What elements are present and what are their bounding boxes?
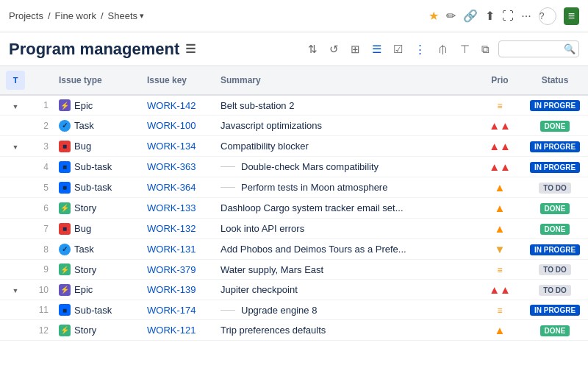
issue-key-cell[interactable]: WORK-139 <box>141 280 215 300</box>
table-row[interactable]: 6 ⚡ Story WORK-133 Dashloop Cargo system… <box>0 198 588 219</box>
table-row[interactable]: 5 ■ Sub-task WORK-364 Perform tests in M… <box>0 177 588 198</box>
type-label: Sub-task <box>74 161 112 172</box>
table-row[interactable]: 9 ⚡ Story WORK-379 Water supply, Mars Ea… <box>0 260 588 280</box>
table-row[interactable]: 11 ■ Sub-task WORK-174 Upgrade engine 8 … <box>0 300 588 320</box>
table-row[interactable]: 4 ■ Sub-task WORK-363 Double-check Mars … <box>0 157 588 177</box>
sep2: / <box>101 10 104 21</box>
star-button[interactable]: ★ <box>429 9 439 23</box>
prio-cell: ▲▲ <box>478 136 522 157</box>
page-title: Program management ☰ <box>9 40 196 59</box>
indent-line <box>220 166 235 167</box>
prio-cell: ▼ <box>478 239 522 260</box>
sort-icon[interactable]: ⇅ <box>305 41 320 57</box>
issue-key-cell[interactable]: WORK-379 <box>141 260 215 280</box>
title-menu-icon[interactable]: ☰ <box>185 42 196 56</box>
export-icon[interactable]: ⧉ <box>478 41 492 57</box>
table-row[interactable]: ▼ 3 ■ Bug WORK-134 Compatibility blocker… <box>0 136 588 157</box>
table-row[interactable]: ▼ 1 ⚡ Epic WORK-142 Belt sub-station 2 ≡… <box>0 95 588 116</box>
edit-button[interactable]: ✏ <box>446 9 456 23</box>
table-row[interactable]: 7 ■ Bug WORK-132 Look into API errors ▲ … <box>0 219 588 239</box>
list-icon[interactable]: ☰ <box>369 41 384 57</box>
type-icon: ⚡ <box>59 284 71 296</box>
status-cell: IN PROGRE <box>522 157 588 177</box>
table-container: T Issue type Issue key Summary Prio Stat… <box>0 66 588 368</box>
status-cell: DONE <box>522 198 588 219</box>
type-icon: ■ <box>59 182 71 194</box>
top-icons: ★ ✏ 🔗 ⬆ ⛶ ··· ? ≡ <box>429 7 579 25</box>
help-button[interactable]: ? <box>539 7 556 25</box>
issue-key-cell[interactable]: WORK-132 <box>141 219 215 239</box>
row-expand-cell <box>0 116 31 136</box>
prio-high-icon: ▲▲ <box>489 119 511 132</box>
row-number: 8 <box>31 239 53 260</box>
col-issue-key: Issue key <box>141 66 215 95</box>
table-row[interactable]: ▼ 10 ⚡ Epic WORK-139 Jupiter checkpoint … <box>0 280 588 300</box>
issue-key-cell[interactable]: WORK-134 <box>141 136 215 157</box>
refresh-icon[interactable]: ↺ <box>326 41 342 57</box>
status-badge: TO DO <box>539 183 570 194</box>
col-filter: T <box>0 66 31 95</box>
prio-cell: ▲ <box>478 320 522 341</box>
type-icon: ■ <box>59 141 71 152</box>
status-cell: IN PROGRE <box>522 95 588 116</box>
hierarchy-icon[interactable]: ⋮ <box>412 41 429 57</box>
grid-icon[interactable]: ⊞ <box>348 41 363 57</box>
issue-key-cell[interactable]: WORK-100 <box>141 116 215 136</box>
issue-type-cell: ■ Sub-task <box>53 177 141 198</box>
columns-icon[interactable]: ⊤ <box>457 41 473 57</box>
issue-type-cell: ⚡ Epic <box>53 95 141 116</box>
prio-cell: ▲ <box>478 177 522 198</box>
upload-button[interactable]: ⬆ <box>485 9 495 23</box>
issue-key-cell[interactable]: WORK-121 <box>141 320 215 341</box>
issue-type-cell: ■ Bug <box>53 136 141 157</box>
breadcrumb-fine-work[interactable]: Fine work <box>55 10 96 21</box>
issue-key-cell[interactable]: WORK-133 <box>141 198 215 219</box>
expand-icon[interactable]: ▼ <box>12 287 19 294</box>
issue-type-cell: ✓ Task <box>53 239 141 260</box>
expand-button[interactable]: ⛶ <box>502 10 514 23</box>
table-row[interactable]: 2 ✓ Task WORK-100 Javascript optimizatio… <box>0 116 588 136</box>
filter-icon[interactable]: T <box>6 71 25 90</box>
issue-type-cell: ✓ Task <box>53 116 141 136</box>
type-label: Epic <box>74 284 93 295</box>
row-expand-cell <box>0 300 31 320</box>
checklist-icon[interactable]: ☑ <box>390 41 406 57</box>
prio-medium-icon: ▲ <box>495 222 506 235</box>
col-prio: Prio <box>478 66 522 95</box>
issue-key-cell[interactable]: WORK-364 <box>141 177 215 198</box>
table-row[interactable]: 8 ✓ Task WORK-131 Add Phobos and Deimos … <box>0 239 588 260</box>
summary-cell: Javascript optimizations <box>215 116 478 136</box>
expand-icon[interactable]: ▼ <box>12 144 19 151</box>
expand-icon[interactable]: ▼ <box>12 103 19 110</box>
logo-button[interactable]: ≡ <box>564 7 579 25</box>
prio-cell: ≡ <box>478 95 522 116</box>
breadcrumb-projects[interactable]: Projects <box>9 10 43 21</box>
type-icon: ✓ <box>59 244 71 255</box>
prio-medium-icon: ▲ <box>495 324 506 336</box>
issue-key-cell[interactable]: WORK-142 <box>141 95 215 116</box>
status-cell: TO DO <box>522 177 588 198</box>
status-cell: IN PROGRE <box>522 136 588 157</box>
status-cell: TO DO <box>522 260 588 280</box>
share-button[interactable]: 🔗 <box>463 9 478 23</box>
col-summary: Summary <box>215 66 478 95</box>
row-expand-cell <box>0 219 31 239</box>
row-number: 10 <box>31 280 53 300</box>
prio-cell: ▲▲ <box>478 116 522 136</box>
issue-key-cell[interactable]: WORK-131 <box>141 239 215 260</box>
table-row[interactable]: 12 ⚡ Story WORK-121 Trip preferences def… <box>0 320 588 341</box>
more-button[interactable]: ··· <box>521 10 531 23</box>
issue-key-cell[interactable]: WORK-174 <box>141 300 215 320</box>
search-box[interactable]: 🔍 <box>498 40 579 57</box>
summary-cell: Perform tests in Moon atmosphere <box>215 177 478 198</box>
status-badge: IN PROGRE <box>530 305 580 316</box>
summary-cell: Dashloop Cargo system tracker email set.… <box>215 198 478 219</box>
breadcrumb-sheets[interactable]: Sheets ▾ <box>108 10 144 21</box>
issue-key-cell[interactable]: WORK-363 <box>141 157 215 177</box>
summary-text: Water supply, Mars East <box>220 264 323 275</box>
filter2-icon[interactable]: ⫛ <box>434 41 451 57</box>
search-input[interactable] <box>505 43 564 54</box>
status-badge: IN PROGRE <box>530 162 580 173</box>
prio-equal-icon: ≡ <box>497 265 502 275</box>
summary-text: Double-check Mars compatibility <box>241 161 379 172</box>
